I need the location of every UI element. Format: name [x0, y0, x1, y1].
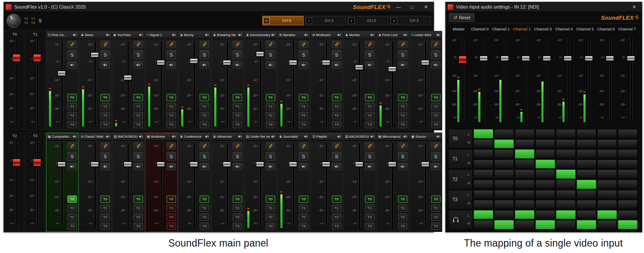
solo-button[interactable]: S	[100, 50, 110, 59]
matrix-cell[interactable]	[535, 169, 555, 179]
matrix-cell[interactable]	[515, 180, 535, 189]
matrix-cell[interactable]	[597, 210, 617, 220]
matrix-cell[interactable]	[474, 129, 493, 139]
bus-button-t0[interactable]: T0	[365, 196, 374, 203]
speaker-icon[interactable]	[238, 135, 242, 139]
bus-button-t0[interactable]: T0	[200, 196, 209, 203]
fader-track[interactable]	[160, 42, 162, 126]
bus-button-t3[interactable]: T3	[332, 223, 341, 230]
fader-track[interactable]	[16, 38, 18, 126]
bus-button-t1[interactable]: T1	[100, 103, 110, 110]
bus-button-t2[interactable]: T2	[398, 214, 407, 221]
matrix-cell[interactable]	[556, 210, 576, 220]
solo-button[interactable]: S	[431, 152, 440, 161]
mute-button[interactable]	[134, 163, 143, 170]
fader-handle[interactable]	[421, 60, 429, 65]
bus-button-t0[interactable]: T0	[134, 94, 143, 101]
link-button[interactable]	[67, 142, 77, 150]
fader-handle[interactable]	[256, 162, 264, 167]
bus-button-t2[interactable]: T2	[200, 214, 209, 221]
fader-track[interactable]	[546, 37, 548, 122]
bus-button-t1[interactable]: T1	[332, 205, 341, 212]
solo-button[interactable]: S	[134, 152, 143, 161]
bus-button-t0[interactable]: T0	[332, 196, 341, 203]
mute-button[interactable]	[332, 61, 341, 69]
maximize-button[interactable]: □	[407, 3, 418, 11]
bus-button-t3[interactable]: T3	[134, 121, 143, 128]
bus-button-t3[interactable]: T3	[431, 223, 440, 230]
link-button[interactable]	[100, 142, 110, 150]
fader-handle[interactable]	[421, 162, 429, 167]
matrix-cell[interactable]	[494, 160, 514, 169]
bus-button-t0[interactable]: T0	[134, 196, 143, 203]
matrix-cell[interactable]	[535, 220, 555, 229]
mute-button[interactable]	[365, 61, 374, 69]
matrix-cell[interactable]	[515, 169, 535, 179]
reset-button[interactable]: ↺ Reset	[449, 13, 474, 22]
solo-button[interactable]: S	[299, 152, 308, 161]
bus-button-t3[interactable]: T3	[365, 121, 374, 128]
solo-button[interactable]: S	[134, 50, 143, 59]
speaker-icon[interactable]	[73, 135, 77, 139]
bus-button-t0[interactable]: T0	[365, 94, 374, 101]
bus-button-t1[interactable]: T1	[134, 103, 143, 110]
mute-button[interactable]	[100, 61, 110, 69]
bus-button-t1[interactable]: T1	[431, 205, 440, 212]
fader-track[interactable]	[226, 42, 228, 126]
mute-button[interactable]	[431, 61, 440, 69]
tab-ch0[interactable]: 0CH 0	[262, 16, 304, 25]
link-button[interactable]	[167, 41, 176, 48]
solo-button[interactable]: S	[398, 152, 407, 161]
link-button[interactable]	[200, 41, 209, 48]
fader-handle[interactable]	[190, 58, 198, 63]
bus-button-t3[interactable]: T3	[200, 223, 209, 230]
speaker-icon[interactable]	[436, 33, 440, 37]
bus-button-t0[interactable]: T0	[398, 94, 407, 101]
fader-handle[interactable]	[157, 162, 165, 167]
mute-button[interactable]	[167, 163, 176, 170]
link-button[interactable]	[200, 142, 209, 150]
link-button[interactable]	[332, 142, 341, 150]
link-button[interactable]	[233, 41, 242, 48]
fader-track[interactable]	[325, 143, 328, 228]
solo-button[interactable]: S	[167, 152, 176, 161]
bus-button-t3[interactable]: T3	[167, 223, 176, 230]
bus-button-t0[interactable]: T0	[67, 94, 77, 101]
matrix-cell[interactable]	[494, 169, 514, 179]
bus-button-t3[interactable]: T3	[266, 223, 275, 230]
link-button[interactable]	[266, 41, 275, 48]
matrix-cell[interactable]	[597, 169, 617, 179]
matrix-cell[interactable]	[577, 190, 596, 199]
bus-button-t1[interactable]: T1	[100, 205, 110, 212]
fader-track[interactable]	[425, 143, 427, 228]
matrix-cell[interactable]	[577, 160, 596, 169]
mute-button[interactable]	[431, 163, 440, 170]
link-button[interactable]	[134, 142, 143, 150]
bus-button-t3[interactable]: T3	[100, 223, 110, 230]
fader-handle[interactable]	[190, 162, 198, 167]
bus-button-t1[interactable]: T1	[233, 205, 242, 212]
speaker-icon[interactable]	[205, 135, 209, 139]
bus-button-t3[interactable]: T3	[398, 121, 407, 128]
fader-track[interactable]	[525, 37, 527, 122]
bus-button-t2[interactable]: T2	[431, 112, 440, 119]
solo-button[interactable]: S	[266, 50, 275, 59]
matrix-cell[interactable]	[597, 180, 617, 189]
matrix-cell[interactable]	[618, 220, 638, 229]
matrix-cell[interactable]	[474, 169, 493, 179]
fader-handle[interactable]	[459, 56, 467, 63]
speaker-icon[interactable]	[139, 33, 143, 37]
bus-button-t2[interactable]: T2	[266, 214, 275, 221]
bus-button-t1[interactable]: T1	[266, 103, 275, 110]
matrix-cell[interactable]	[515, 200, 535, 209]
fader-handle[interactable]	[501, 56, 509, 61]
fader-track[interactable]	[425, 42, 427, 126]
mute-button[interactable]	[233, 163, 242, 170]
bus-button-t0[interactable]: T0	[233, 94, 242, 101]
fader-track[interactable]	[16, 140, 18, 228]
solo-button[interactable]: S	[431, 50, 440, 59]
bus-button-t2[interactable]: T2	[398, 112, 407, 119]
bus-button-t2[interactable]: T2	[67, 112, 77, 119]
bus-button-t2[interactable]: T2	[100, 214, 110, 221]
matrix-cell[interactable]	[556, 200, 576, 209]
